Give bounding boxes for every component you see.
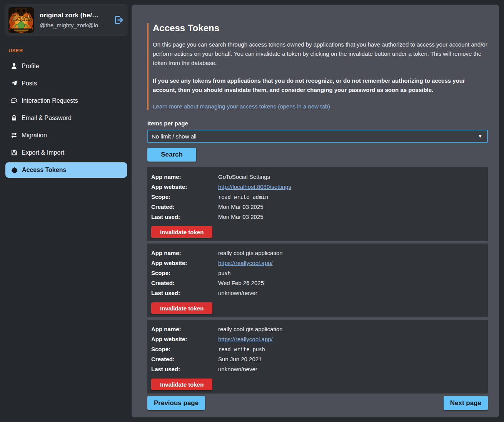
token-entry: App name: really cool gts application Ap… xyxy=(147,320,488,394)
last-used-value: unknown/never xyxy=(218,364,257,374)
sidebar-item-label: Email & Password xyxy=(22,115,72,122)
last-used-value: Mon Mar 03 2025 xyxy=(218,212,264,222)
pagination: Previous page Next page xyxy=(147,396,488,410)
items-per-page-select[interactable]: No limit / show all ▼ xyxy=(147,130,488,143)
token-row-created: Created: Mon Mar 03 2025 xyxy=(151,202,484,212)
sidebar-item-posts[interactable]: Posts xyxy=(0,75,132,92)
created-value: Wed Feb 26 2025 xyxy=(218,278,264,288)
sidebar-item-label: Posts xyxy=(22,80,37,87)
sidebar-item-export-import[interactable]: Export & Import xyxy=(0,144,132,161)
sidebar-item-label: Profile xyxy=(22,63,39,70)
comment-dots-icon xyxy=(11,97,17,104)
token-row-app-name: App name: GoToSocial Settings xyxy=(151,172,484,182)
sidebar-section-label: USER xyxy=(8,48,132,53)
sign-out-icon[interactable] xyxy=(113,15,124,25)
token-row-last-used: Last used: unknown/never xyxy=(151,288,484,298)
intro-text: On this page you can search through acce… xyxy=(153,40,488,68)
field-label: App name: xyxy=(151,172,218,182)
exchange-arrows-icon xyxy=(11,132,17,138)
app-name-value: really cool gts application xyxy=(218,324,283,334)
display-name: original zork (he/… xyxy=(40,12,112,19)
page-title: Access Tokens xyxy=(153,23,488,33)
scope-value: push xyxy=(218,268,231,278)
sidebar-item-label: Migration xyxy=(22,132,47,139)
sidebar-item-label: Interaction Requests xyxy=(22,97,78,104)
field-label: App website: xyxy=(151,182,218,192)
field-label: Last used: xyxy=(151,364,218,374)
app-name-value: really cool gts application xyxy=(218,248,283,258)
items-per-page-value: No limit / show all xyxy=(152,133,197,140)
sidebar: Zork original zork (he/… @the_mighty_zor… xyxy=(0,0,132,422)
dropdown-arrow-icon: ▼ xyxy=(478,133,482,139)
user-handle: @the_mighty_zork@lo… xyxy=(40,22,112,28)
field-label: Last used: xyxy=(151,288,218,298)
scope-value: read write admin xyxy=(218,192,268,202)
sidebar-menu: Profile Posts Interaction Requests Email… xyxy=(0,57,132,178)
token-row-app-website: App website: https://reallycool.app/ xyxy=(151,258,484,268)
previous-page-button[interactable]: Previous page xyxy=(147,396,205,410)
token-row-app-name: App name: really cool gts application xyxy=(151,248,484,258)
sidebar-divider xyxy=(5,41,126,41)
scope-value: read write push xyxy=(218,344,265,354)
token-row-created: Created: Sun Jun 20 2021 xyxy=(151,354,484,364)
token-row-scope: Scope: read write admin xyxy=(151,192,484,202)
invalidate-token-button[interactable]: Invalidate token xyxy=(151,379,212,390)
items-per-page-label: Items per page xyxy=(147,120,488,127)
next-page-button[interactable]: Next page xyxy=(444,396,488,410)
invalidate-token-button[interactable]: Invalidate token xyxy=(151,226,212,238)
field-label: App website: xyxy=(151,258,218,268)
certificate-icon xyxy=(11,167,18,173)
field-label: Scope: xyxy=(151,192,218,202)
user-info: original zork (he/… @the_mighty_zork@lo… xyxy=(40,12,112,28)
app-name-value: GoToSocial Settings xyxy=(218,172,270,182)
sidebar-item-label: Access Tokens xyxy=(22,167,66,173)
learn-more-link[interactable]: Learn more about managing your access to… xyxy=(153,103,330,110)
token-row-app-website: App website: http://localhost:8080/setti… xyxy=(151,182,484,192)
field-label: Created: xyxy=(151,202,218,212)
search-button[interactable]: Search xyxy=(147,148,196,162)
user-icon xyxy=(11,63,17,69)
created-value: Sun Jun 20 2021 xyxy=(218,354,262,364)
field-label: Last used: xyxy=(151,212,218,222)
token-row-created: Created: Wed Feb 26 2025 xyxy=(151,278,484,288)
token-row-scope: Scope: push xyxy=(151,268,484,278)
warning-text: If you see any tokens from applications … xyxy=(153,76,488,95)
app-website-link[interactable]: http://localhost:8080/settings xyxy=(218,182,291,192)
app-website-link[interactable]: https://reallycool.app/ xyxy=(218,258,273,268)
main-panel: Access Tokens On this page you can searc… xyxy=(132,5,499,417)
sidebar-item-access-tokens[interactable]: Access Tokens xyxy=(5,162,127,178)
sidebar-item-label: Export & Import xyxy=(22,149,64,156)
field-label: Scope: xyxy=(151,344,218,354)
paper-plane-icon xyxy=(11,80,17,87)
lock-icon xyxy=(11,115,17,121)
sidebar-item-migration[interactable]: Migration xyxy=(0,127,132,144)
field-label: Scope: xyxy=(151,268,218,278)
token-row-last-used: Last used: unknown/never xyxy=(151,364,484,374)
app-website-link[interactable]: https://reallycool.app/ xyxy=(218,334,273,344)
zork-avatar-art: Zork xyxy=(8,7,34,33)
last-used-value: unknown/never xyxy=(218,288,257,298)
token-row-last-used: Last used: Mon Mar 03 2025 xyxy=(151,212,484,222)
token-row-app-name: App name: really cool gts application xyxy=(151,324,484,334)
avatar: Zork xyxy=(8,7,34,33)
field-label: Created: xyxy=(151,354,218,364)
invalidate-token-button[interactable]: Invalidate token xyxy=(151,302,212,314)
field-label: App name: xyxy=(151,248,218,258)
sidebar-item-interaction-requests[interactable]: Interaction Requests xyxy=(0,92,132,109)
token-list: App name: GoToSocial Settings App websit… xyxy=(147,167,488,394)
field-label: App website: xyxy=(151,334,218,344)
sidebar-item-email-password[interactable]: Email & Password xyxy=(0,109,132,127)
token-entry: App name: GoToSocial Settings App websit… xyxy=(147,167,488,241)
token-entry: App name: really cool gts application Ap… xyxy=(147,244,488,317)
user-card: Zork original zork (he/… @the_mighty_zor… xyxy=(5,4,128,36)
token-row-app-website: App website: https://reallycool.app/ xyxy=(151,334,484,344)
field-label: App name: xyxy=(151,324,218,334)
created-value: Mon Mar 03 2025 xyxy=(218,202,264,212)
intro-section: Access Tokens On this page you can searc… xyxy=(147,23,488,110)
floppy-disk-icon xyxy=(11,149,17,156)
sidebar-item-profile[interactable]: Profile xyxy=(0,57,132,75)
token-row-scope: Scope: read write push xyxy=(151,344,484,354)
field-label: Created: xyxy=(151,278,218,288)
